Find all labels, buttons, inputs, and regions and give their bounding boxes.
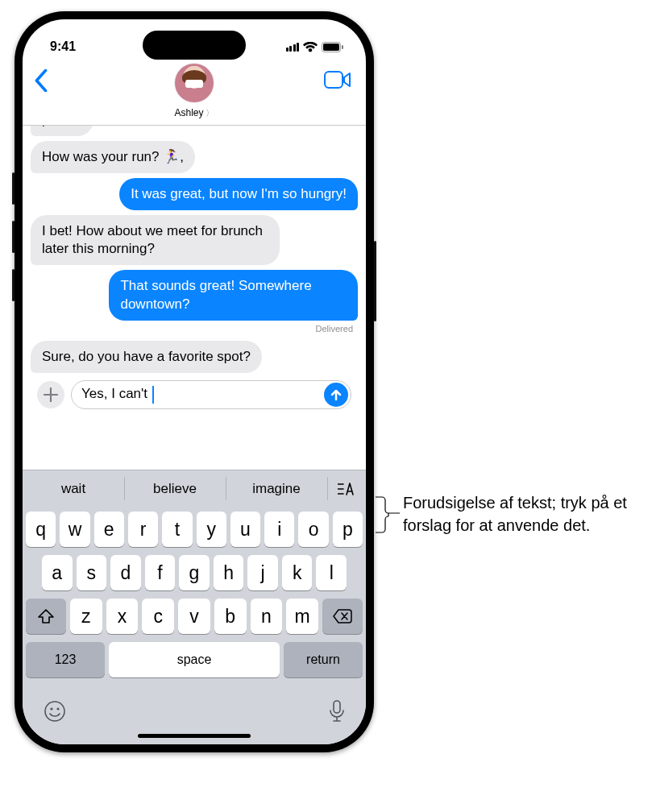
keyboard-row-1: qwertyuiop [26,512,363,547]
backspace-key[interactable] [322,599,363,634]
key-q[interactable]: q [26,512,56,547]
shift-key[interactable] [26,599,66,634]
keyboard: qwertyuiop asdfghjkl zxcvbnm 123 space r… [23,507,366,744]
battery-icon [322,42,343,52]
svg-point-6 [56,707,59,710]
return-key[interactable]: return [284,642,363,677]
key-g[interactable]: g [179,555,210,590]
chevron-left-icon [34,69,48,92]
screen: 9:41 Ashley 〉 plaza? [23,19,366,744]
contact-header[interactable]: Ashley 〉 [174,63,214,119]
key-m[interactable]: m [286,599,318,634]
key-k[interactable]: k [282,555,313,590]
key-s[interactable]: s [77,555,107,590]
key-r[interactable]: r [128,512,158,547]
keyboard-footer [26,686,363,729]
arrow-up-icon [330,388,343,401]
dictation-button[interactable] [329,700,345,726]
key-c[interactable]: c [142,599,174,634]
keyboard-row-4: 123 space return [26,642,363,677]
callout-bracket [376,495,400,534]
predictive-bar: wait believe imagine [23,470,366,507]
emoji-button[interactable] [44,700,66,726]
key-t[interactable]: t [162,512,192,547]
key-i[interactable]: i [264,512,294,547]
key-l[interactable]: l [316,555,347,590]
message-incoming[interactable]: plaza? [31,126,93,136]
shift-icon [38,609,54,624]
key-j[interactable]: j [247,555,278,590]
svg-rect-2 [342,45,343,49]
callout-text: Forudsigelse af tekst; tryk på et forsla… [403,491,645,536]
backspace-icon [333,609,352,624]
svg-rect-1 [323,44,339,51]
status-time: 9:41 [50,39,76,54]
status-right [286,42,344,52]
text-format-button[interactable] [327,470,366,507]
text-format-icon [338,482,355,496]
key-x[interactable]: x [106,599,139,634]
key-n[interactable]: n [251,599,283,634]
iphone-frame: 9:41 Ashley 〉 plaza? [15,11,374,752]
send-button[interactable] [324,383,348,407]
svg-rect-3 [325,72,343,88]
facetime-button[interactable] [321,64,355,98]
keyboard-row-3: zxcvbnm [26,599,363,634]
compose-field[interactable]: Yes, I can't [71,380,351,409]
key-b[interactable]: b [214,599,247,634]
plus-icon [44,387,58,402]
mic-icon [329,700,345,723]
prediction-1[interactable]: believe [124,470,226,507]
video-icon [324,71,351,89]
message-outgoing[interactable]: That sounds great! Somewhere downtown? [109,270,358,320]
key-a[interactable]: a [42,555,73,590]
delivered-status: Delivered [31,323,358,338]
contact-name: Ashley [174,107,203,118]
home-indicator[interactable] [138,734,251,738]
cellular-icon [286,42,300,52]
wifi-icon [303,42,318,52]
svg-point-4 [45,702,64,721]
back-button[interactable] [27,64,55,100]
conversation[interactable]: plaza? How was your run? 🏃‍♀️, It was gr… [23,126,366,470]
compose-text: Yes, I can't [81,386,324,404]
compose-row: Yes, I can't [31,375,358,417]
key-w[interactable]: w [60,512,89,547]
emoji-icon [44,700,66,723]
chevron-right-icon: 〉 [206,107,214,119]
key-z[interactable]: z [70,599,102,634]
prediction-0[interactable]: wait [23,470,124,507]
message-incoming[interactable]: How was your run? 🏃‍♀️, [31,141,195,173]
key-h[interactable]: h [214,555,244,590]
keyboard-row-2: asdfghjkl [26,555,363,590]
key-f[interactable]: f [145,555,176,590]
dynamic-island [143,31,246,60]
prediction-2[interactable]: imagine [226,470,327,507]
svg-rect-7 [334,701,340,713]
message-outgoing[interactable]: It was great, but now I'm so hungry! [119,178,358,210]
key-v[interactable]: v [178,599,210,634]
message-incoming[interactable]: Sure, do you have a favorite spot? [31,341,262,373]
nav-bar: Ashley 〉 [23,63,366,126]
key-p[interactable]: p [333,512,363,547]
key-y[interactable]: y [197,512,226,547]
key-o[interactable]: o [298,512,328,547]
key-d[interactable]: d [110,555,141,590]
key-e[interactable]: e [94,512,124,547]
avatar [174,63,214,103]
message-incoming[interactable]: I bet! How about we meet for brunch late… [31,215,280,265]
key-u[interactable]: u [230,512,260,547]
svg-point-5 [50,707,52,710]
attach-button[interactable] [37,381,64,408]
numbers-key[interactable]: 123 [26,642,105,677]
space-key[interactable]: space [109,642,280,677]
